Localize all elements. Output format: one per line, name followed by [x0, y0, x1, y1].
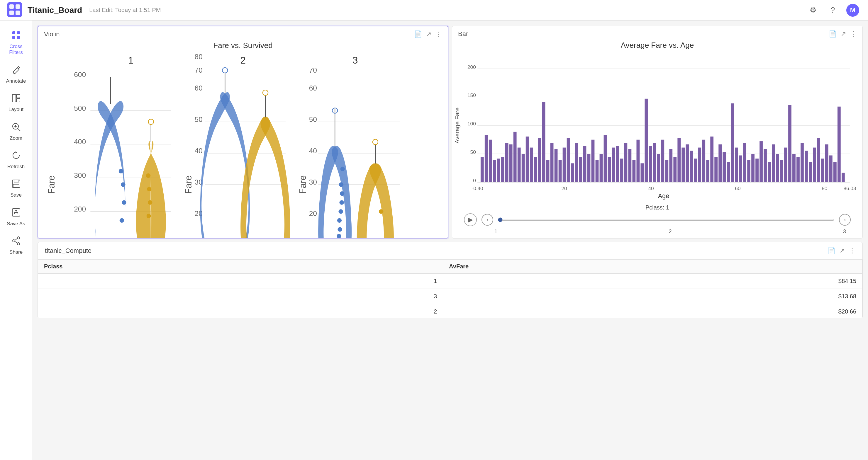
svg-text:150: 150: [467, 92, 476, 98]
help-icon[interactable]: ?: [826, 4, 839, 17]
svg-rect-159: [620, 159, 623, 182]
col-header-avfare: AvFare: [443, 260, 862, 274]
svg-text:2: 2: [240, 55, 246, 66]
slider-play-button[interactable]: ▶: [464, 213, 477, 226]
layout-icon: [11, 94, 21, 105]
svg-text:600: 600: [74, 71, 86, 78]
svg-rect-126: [485, 135, 488, 182]
svg-rect-211: [833, 162, 837, 182]
sidebar-item-refresh[interactable]: Refresh: [0, 146, 32, 174]
save-as-icon: [11, 208, 21, 219]
svg-point-50: [148, 119, 154, 125]
content-area: Violin 📄 ↗ ⋮ Fare vs. Survived Fare 1 0: [32, 21, 868, 460]
svg-point-53: [147, 187, 151, 191]
svg-rect-125: [480, 157, 484, 182]
svg-rect-207: [817, 138, 820, 182]
svg-line-27: [15, 241, 17, 243]
svg-text:400: 400: [74, 138, 86, 145]
violin-download-icon[interactable]: 📄: [414, 30, 422, 38]
svg-rect-179: [702, 140, 705, 182]
last-edit-label: Last Edit: Today at 1:51 PM: [89, 7, 161, 13]
svg-rect-10: [12, 94, 16, 102]
violin-panel-actions: 📄 ↗ ⋮: [414, 30, 442, 38]
svg-rect-19: [14, 180, 18, 183]
sidebar-item-layout[interactable]: Layout: [0, 89, 32, 117]
svg-rect-128: [493, 160, 496, 182]
svg-text:80: 80: [195, 53, 203, 61]
svg-point-110: [379, 209, 383, 213]
bar-menu-icon[interactable]: ⋮: [850, 30, 857, 38]
svg-rect-171: [669, 149, 673, 182]
svg-rect-20: [13, 184, 19, 188]
svg-text:50: 50: [195, 116, 203, 123]
svg-text:0: 0: [473, 177, 476, 184]
svg-point-76: [222, 68, 227, 73]
col-header-pclass: Pclass: [38, 260, 443, 274]
svg-rect-162: [632, 160, 636, 182]
svg-rect-200: [788, 105, 792, 182]
svg-marker-17: [16, 151, 17, 153]
bar-panel-actions: 📄 ↗ ⋮: [829, 30, 857, 38]
svg-rect-3: [9, 10, 14, 15]
bar-download-icon[interactable]: 📄: [829, 30, 837, 38]
violin-expand-icon[interactable]: ↗: [426, 30, 431, 38]
svg-line-26: [15, 238, 17, 240]
share-label: Share: [9, 249, 23, 255]
sidebar-item-zoom[interactable]: Zoom: [0, 118, 32, 146]
svg-rect-11: [17, 94, 20, 98]
svg-rect-149: [579, 157, 582, 182]
sidebar-item-share[interactable]: Share: [0, 231, 32, 260]
svg-text:40: 40: [648, 186, 654, 191]
settings-icon[interactable]: ⚙: [806, 4, 819, 17]
bar-panel-title: Bar: [458, 30, 468, 38]
table-panel-header: titanic_Compute 📄 ↗ ⋮: [38, 242, 862, 259]
svg-rect-144: [559, 160, 562, 182]
svg-text:20: 20: [309, 209, 317, 218]
svg-rect-6: [17, 31, 20, 34]
svg-rect-173: [677, 138, 681, 182]
svg-point-99: [340, 167, 345, 171]
svg-rect-209: [825, 144, 829, 182]
bar-expand-icon[interactable]: ↗: [841, 30, 846, 38]
svg-rect-172: [673, 157, 677, 182]
table-expand-icon[interactable]: ↗: [840, 247, 845, 255]
layout-label: Layout: [8, 107, 24, 112]
svg-rect-202: [797, 157, 800, 182]
slider-tick-2: 2: [669, 229, 672, 235]
pclass-slider-input[interactable]: [498, 219, 834, 221]
cell-pclass-2: 3: [38, 289, 443, 304]
svg-rect-145: [563, 148, 566, 182]
sidebar-item-save-as[interactable]: Save As: [0, 203, 32, 231]
svg-rect-158: [616, 146, 619, 182]
svg-rect-191: [751, 154, 754, 182]
slider-next-button[interactable]: ›: [839, 214, 851, 226]
svg-point-104: [337, 218, 342, 223]
zoom-icon: [11, 122, 21, 134]
svg-rect-168: [657, 154, 660, 182]
svg-rect-153: [596, 160, 599, 182]
sidebar-item-cross-filters[interactable]: CrossFilters: [0, 26, 32, 60]
violin-menu-icon[interactable]: ⋮: [435, 30, 442, 38]
annotate-label: Annotate: [6, 78, 26, 84]
svg-rect-170: [665, 160, 668, 182]
svg-rect-174: [682, 148, 685, 182]
bar-chart-svg: Average Fare 0 50 100 150 200: [452, 50, 862, 201]
svg-rect-150: [583, 146, 587, 182]
table-download-icon[interactable]: 📄: [828, 247, 835, 255]
user-avatar[interactable]: M: [846, 4, 859, 17]
svg-rect-204: [805, 151, 808, 182]
svg-rect-176: [690, 151, 693, 182]
table-menu-icon[interactable]: ⋮: [849, 247, 856, 255]
refresh-label: Refresh: [7, 164, 25, 170]
sidebar-item-annotate[interactable]: Annotate: [0, 60, 32, 89]
cross-filters-label: CrossFilters: [9, 44, 23, 56]
svg-rect-212: [837, 107, 841, 182]
slider-prev-button[interactable]: ‹: [482, 214, 493, 226]
svg-rect-127: [489, 140, 492, 182]
svg-text:200: 200: [74, 205, 86, 213]
svg-rect-132: [509, 144, 513, 182]
svg-text:70: 70: [309, 66, 317, 74]
svg-text:-0.40: -0.40: [471, 186, 483, 191]
svg-rect-140: [542, 102, 546, 182]
sidebar-item-save[interactable]: Save: [0, 174, 32, 203]
